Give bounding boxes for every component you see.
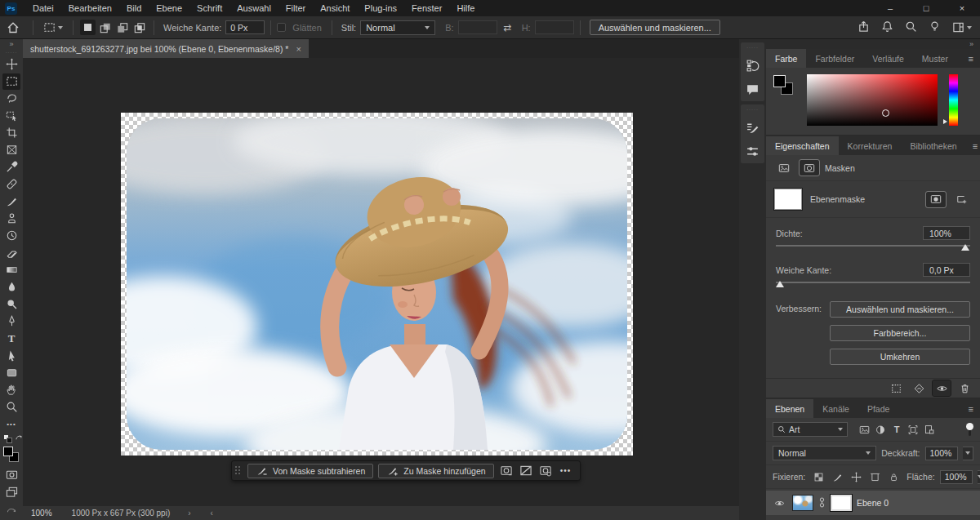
opacity-chevron-icon[interactable]: [963, 447, 973, 460]
type-tool[interactable]: T: [2, 331, 20, 347]
scrollbar-left-arrow-icon[interactable]: ‹: [201, 509, 223, 518]
blur-tool[interactable]: [2, 279, 20, 296]
toolbar-drag-handle[interactable]: [235, 466, 241, 475]
tab-verlaeufe[interactable]: Verläufe: [863, 49, 913, 68]
filter-smart-objects-icon[interactable]: [921, 422, 938, 437]
color-picker-cursor[interactable]: [882, 109, 889, 117]
document-canvas[interactable]: [121, 113, 633, 456]
current-tool-badge[interactable]: [39, 20, 67, 35]
antialias-checkbox[interactable]: [277, 23, 286, 32]
add-vector-mask-icon[interactable]: [952, 192, 972, 207]
layer-filter-select[interactable]: Art: [773, 422, 848, 437]
feather-input[interactable]: [225, 20, 265, 34]
panel-menu-icon[interactable]: ≡: [966, 136, 980, 155]
home-icon[interactable]: [0, 21, 27, 34]
restore-button[interactable]: □: [908, 0, 944, 16]
history-panel-icon[interactable]: [745, 58, 761, 73]
mask-feather-slider-thumb[interactable]: [776, 281, 784, 287]
menu-plugins[interactable]: Plug-ins: [357, 0, 404, 16]
panel-menu-icon[interactable]: ≡: [962, 399, 980, 418]
share-icon[interactable]: [858, 20, 870, 34]
path-selection-tool[interactable]: [2, 348, 20, 364]
minimize-button[interactable]: –: [872, 0, 908, 16]
hand-tool[interactable]: [2, 382, 20, 398]
width-input[interactable]: [458, 20, 497, 34]
density-value[interactable]: 100%: [923, 226, 970, 240]
selection-mode-intersect-icon[interactable]: [131, 20, 147, 35]
tab-eigenschaften[interactable]: Eigenschaften: [766, 136, 839, 155]
tab-ebenen[interactable]: Ebenen: [766, 399, 813, 418]
search-icon[interactable]: [905, 20, 917, 34]
workspace-switcher-icon[interactable]: [952, 21, 972, 33]
color-swatches[interactable]: [773, 75, 795, 96]
select-mask-icon[interactable]: [926, 192, 946, 207]
collapse-panels-icon[interactable]: »: [969, 40, 973, 48]
filter-type-layers-icon[interactable]: T: [889, 422, 905, 437]
selection-mode-subtract-icon[interactable]: [114, 20, 130, 35]
tab-farbfelder[interactable]: Farbfelder: [806, 49, 863, 68]
menu-hilfe[interactable]: Hilfe: [449, 0, 482, 16]
filter-shape-layers-icon[interactable]: [905, 422, 921, 437]
menu-fenster[interactable]: Fenster: [404, 0, 449, 16]
lock-artboard-icon[interactable]: [866, 469, 883, 484]
quick-mask-mode-button[interactable]: [2, 466, 20, 482]
document-tab[interactable]: shutterstock_691263277.jpg bei 100% (Ebe…: [23, 39, 309, 58]
object-selection-tool[interactable]: [2, 108, 20, 124]
style-select[interactable]: Normal: [360, 20, 435, 35]
clone-stamp-tool[interactable]: [2, 211, 20, 227]
selection-mode-add-icon[interactable]: [97, 20, 113, 35]
lock-all-icon[interactable]: [885, 469, 902, 484]
saturation-brightness-field[interactable]: [807, 74, 938, 126]
invert-button[interactable]: Umkehren: [830, 349, 970, 365]
tab-kanaele[interactable]: Kanäle: [813, 399, 858, 418]
brush-tool[interactable]: [2, 193, 20, 210]
layer-row-ebene-0[interactable]: Ebene 0: [766, 491, 980, 515]
comments-panel-icon[interactable]: [745, 82, 761, 96]
healing-brush-tool[interactable]: [2, 176, 20, 193]
layer-visibility-eye-icon[interactable]: [771, 498, 787, 509]
subtract-from-mask-button[interactable]: Von Maske subtrahieren: [247, 464, 373, 478]
discover-lightbulb-icon[interactable]: [929, 20, 941, 34]
layer-name[interactable]: Ebene 0: [857, 498, 889, 508]
zoom-level[interactable]: 100%: [23, 509, 64, 518]
layer-mask-thumbnail-selected[interactable]: [831, 495, 852, 511]
lock-transparent-pixels-icon[interactable]: [810, 469, 826, 484]
delete-mask-trash-icon[interactable]: [956, 380, 973, 396]
hue-slider-marker[interactable]: [943, 119, 947, 124]
color-range-button[interactable]: Farbbereich...: [830, 325, 970, 341]
mask-feather-value[interactable]: 0,0 Px: [923, 263, 970, 277]
menu-bild[interactable]: Bild: [119, 0, 149, 16]
brush-settings-panel-icon[interactable]: [745, 120, 761, 135]
panel-grip[interactable]: .....: [746, 44, 759, 49]
select-and-mask-panel-button[interactable]: Auswählen und maskieren...: [830, 301, 970, 318]
lock-image-pixels-icon[interactable]: [829, 469, 845, 484]
screen-mode-button[interactable]: [2, 483, 20, 500]
notifications-bell-icon[interactable]: [881, 20, 893, 34]
opacity-value[interactable]: 100%: [925, 447, 958, 460]
layer-filter-toggle[interactable]: [965, 423, 973, 437]
menu-auswahl[interactable]: Auswahl: [229, 0, 278, 16]
select-and-mask-button[interactable]: Auswählen und maskieren...: [590, 20, 720, 35]
tab-close-icon[interactable]: ×: [296, 44, 301, 54]
menu-bearbeiten[interactable]: Bearbeiten: [61, 0, 119, 16]
zoom-tool[interactable]: [2, 399, 20, 416]
apply-mask-icon[interactable]: [910, 380, 928, 396]
close-button[interactable]: ×: [944, 0, 980, 16]
rectangular-marquee-tool[interactable]: [2, 73, 20, 90]
add-to-mask-button[interactable]: Zu Maske hinzufügen: [378, 464, 493, 478]
tab-bibliotheken[interactable]: Bibliotheken: [901, 136, 965, 155]
layer-mask-thumbnail[interactable]: [774, 189, 802, 210]
layer-thumbnail[interactable]: [792, 495, 813, 511]
filter-pixel-layers-icon[interactable]: [856, 422, 872, 437]
height-input[interactable]: [535, 20, 574, 34]
swap-dimensions-icon[interactable]: ⇄: [504, 22, 512, 33]
toolbar-grip[interactable]: .....: [6, 49, 18, 56]
gradient-tool[interactable]: [2, 262, 20, 278]
tab-korrekturen[interactable]: Korrekturen: [839, 136, 902, 155]
tab-pfade[interactable]: Pfade: [858, 399, 898, 418]
menu-schrift[interactable]: Schrift: [189, 0, 229, 16]
enable-mask-eye-icon[interactable]: [933, 380, 951, 396]
selection-mode-new-icon[interactable]: [80, 20, 96, 35]
menu-datei[interactable]: Datei: [25, 0, 61, 16]
pen-tool[interactable]: [2, 313, 20, 330]
